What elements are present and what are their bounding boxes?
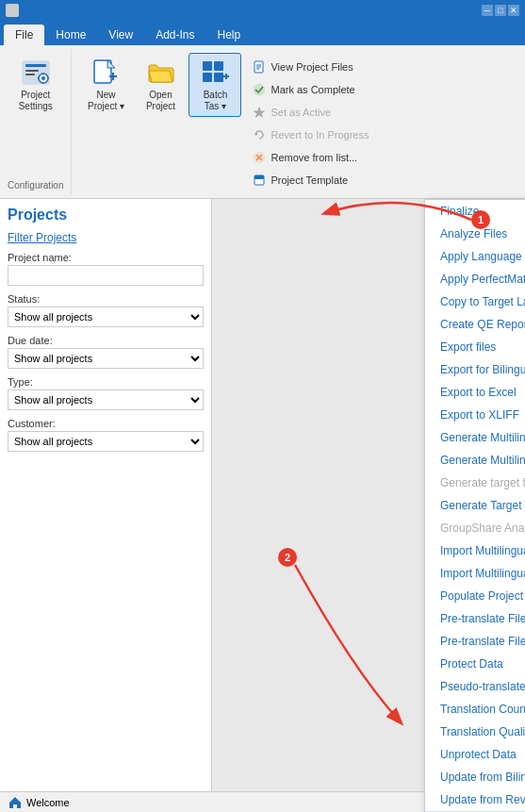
batch-tasks-button[interactable]: BatchTas ▾: [189, 53, 241, 117]
remove-icon: [252, 150, 267, 165]
menu-update-bilingual[interactable]: Update from Bilingual Review: [425, 766, 525, 788]
view-project-files-button[interactable]: View Project Files: [245, 57, 517, 77]
menu-groupshare-analyze: GroupShare Analyze and Translate: [425, 517, 525, 539]
maximize-button[interactable]: □: [495, 5, 506, 16]
revert-progress-label: Revert to In Progress: [271, 129, 369, 141]
menu-copy-to-target[interactable]: Copy to Target Languages: [425, 290, 525, 313]
mark-complete-button[interactable]: Mark as Complete: [245, 79, 517, 100]
svg-rect-3: [25, 74, 35, 75]
menu-unprotect-data[interactable]: Unprotect Data: [425, 743, 525, 766]
svg-rect-16: [203, 73, 212, 82]
menu-apply-perfectmatch[interactable]: Apply PerfectMatch: [425, 268, 525, 290]
template-icon: [252, 173, 267, 188]
sidebar: Projects Filter Projects Project name: S…: [0, 199, 212, 812]
batch-tasks-label: BatchTas ▾: [204, 90, 228, 112]
minimize-button[interactable]: ─: [482, 5, 493, 16]
ribbon-small-buttons: View Project Files Mark as Complete S: [245, 53, 517, 191]
open-project-button[interactable]: OpenProject: [134, 53, 187, 117]
project-settings-icon: [21, 58, 51, 88]
menu-protect-data[interactable]: Protect Data: [425, 653, 525, 675]
config-group-label: Configuration: [8, 176, 63, 191]
menu-update-reviewed[interactable]: Update from Reviewed Target File (Retrof…: [425, 788, 525, 811]
tab-file[interactable]: File: [4, 25, 44, 45]
menu-import-multilingual-excel[interactable]: Import Multilingual Translations (Excel): [425, 539, 525, 562]
menu-gen-target-cloud: Generate target files (cloud projects): [425, 472, 525, 494]
status-label: Welcome: [26, 797, 70, 808]
set-active-button[interactable]: Set as Active: [245, 102, 517, 123]
menu-translation-count[interactable]: Translation Count: [425, 698, 525, 721]
svg-rect-14: [203, 61, 212, 71]
project-name-input[interactable]: [8, 265, 204, 286]
batch-tasks-dropdown: Finalize Analyze Files Apply Language We…: [424, 199, 525, 812]
batch-tasks-icon: [200, 58, 230, 88]
menu-pseudo-translate[interactable]: Pseudo-translate: [425, 675, 525, 698]
menu-create-qe-report[interactable]: Create QE Report: [425, 313, 525, 336]
remove-from-list-button[interactable]: Remove from list...: [245, 147, 517, 168]
revert-icon: [252, 127, 267, 142]
main-content: Projects Filter Projects Project name: S…: [0, 199, 525, 812]
menu-finalize[interactable]: Finalize: [425, 200, 525, 223]
menu-pre-translate[interactable]: Pre-translate Files: [425, 607, 525, 630]
project-settings-button[interactable]: ProjectSettings: [9, 53, 62, 117]
menu-export-excel[interactable]: Export to Excel: [425, 381, 525, 404]
project-settings-label: ProjectSettings: [19, 90, 53, 112]
due-date-select[interactable]: Show all projects: [8, 348, 204, 369]
svg-marker-25: [254, 107, 266, 118]
filter-projects-link[interactable]: Filter Projects: [8, 231, 204, 244]
status-label: Status:: [8, 293, 204, 305]
view-project-files-label: View Project Files: [271, 61, 353, 73]
project-name-label: Project name:: [8, 252, 204, 263]
window-controls: ─ □ ✕: [482, 5, 519, 16]
title-bar: ─ □ ✕: [0, 0, 525, 21]
menu-populate-tm[interactable]: Populate Project Translation Memories: [425, 585, 525, 607]
ribbon-group-main: NewProject ▾ OpenProject: [72, 49, 525, 194]
ribbon-tabs: File Home View Add-Ins Help: [0, 21, 525, 45]
tab-home[interactable]: Home: [44, 25, 97, 45]
project-template-button[interactable]: Project Template: [245, 170, 517, 191]
due-date-label: Due date:: [8, 335, 204, 346]
tab-addins[interactable]: Add-Ins: [144, 25, 205, 45]
new-project-button[interactable]: NewProject ▾: [79, 53, 132, 117]
svg-rect-1: [25, 64, 46, 67]
main-panel: Finalize Analyze Files Apply Language We…: [212, 199, 525, 812]
doc-icon: [252, 59, 267, 75]
type-select[interactable]: Show all projects: [8, 389, 204, 410]
svg-rect-31: [254, 175, 264, 179]
tab-help[interactable]: Help: [206, 25, 253, 45]
ribbon: ProjectSettings Configuration New: [0, 45, 525, 199]
status-select[interactable]: Show all projects: [8, 307, 204, 327]
app-icon: [6, 4, 19, 17]
menu-gen-multilingual-xml[interactable]: Generate Multilingual Translations (XML): [425, 449, 525, 472]
project-template-label: Project Template: [271, 174, 348, 186]
menu-apply-language-weaver[interactable]: Apply Language Weaver Metadata: [425, 245, 525, 268]
customer-select[interactable]: Show all projects: [8, 431, 204, 452]
tab-view[interactable]: View: [97, 25, 144, 45]
svg-rect-2: [25, 70, 39, 72]
mark-complete-label: Mark as Complete: [271, 84, 354, 95]
check-icon: [252, 82, 267, 97]
menu-export-files[interactable]: Export files: [425, 336, 525, 358]
menu-pre-translate-openai[interactable]: Pre-translate Files with OpenAI provider…: [425, 630, 525, 653]
svg-rect-15: [214, 61, 223, 71]
home-icon: [8, 795, 23, 810]
menu-gen-multilingual-excel[interactable]: Generate Multilingual Translations (Exce…: [425, 426, 525, 449]
open-project-label: OpenProject: [146, 90, 175, 112]
menu-translation-quality[interactable]: Translation Quality Assessment: [425, 721, 525, 743]
open-project-icon: [145, 58, 175, 88]
menu-import-multilingual-xml[interactable]: Import Multilingual Translations (XML): [425, 562, 525, 585]
remove-label: Remove from list...: [271, 152, 357, 163]
menu-export-bilingual[interactable]: Export for Bilingual Review: [425, 358, 525, 381]
ribbon-group-configuration: ProjectSettings Configuration: [0, 49, 72, 194]
menu-gen-target-translations[interactable]: Generate Target Translations: [425, 494, 525, 517]
svg-point-5: [41, 76, 45, 80]
revert-progress-button[interactable]: Revert to In Progress: [245, 124, 517, 145]
sidebar-title: Projects: [8, 207, 204, 224]
close-button[interactable]: ✕: [508, 5, 519, 16]
set-active-label: Set as Active: [271, 107, 331, 118]
svg-point-34: [278, 548, 297, 567]
menu-export-xliff[interactable]: Export to XLIFF: [425, 404, 525, 426]
svg-rect-17: [214, 73, 223, 82]
new-project-icon: [90, 58, 121, 88]
menu-analyze-files[interactable]: Analyze Files: [425, 223, 525, 245]
star-icon: [252, 105, 267, 120]
